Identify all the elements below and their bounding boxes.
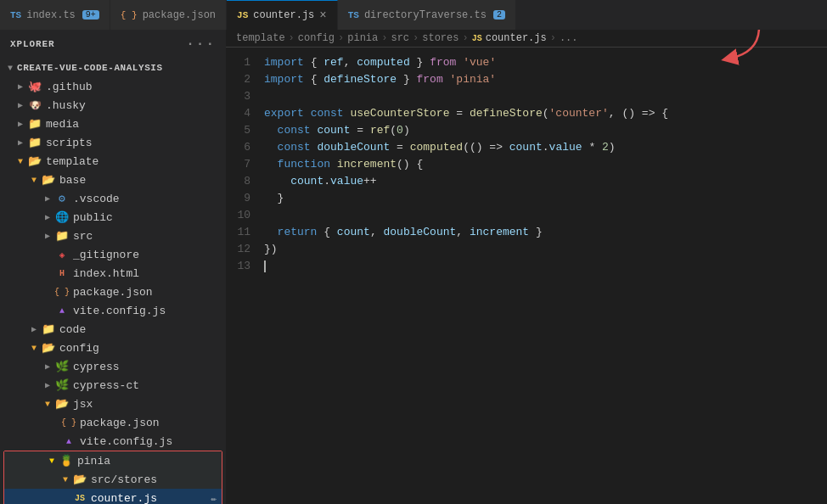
sidebar-item-jsx-package[interactable]: { } package.json [0, 413, 226, 432]
git-icon: ◈ [54, 249, 70, 260]
line-number: 9 [226, 190, 264, 207]
sidebar-item-counter-js[interactable]: JS counter.js ✏ [4, 489, 222, 504]
sidebar-item-project[interactable]: ▼ CREATE-VUE-CODE-ANALYSIS [0, 59, 226, 77]
breadcrumb-separator: › [413, 32, 419, 44]
sidebar-item-public[interactable]: ▶ 🌐 public [0, 208, 226, 227]
folder-icon: 🐙 [27, 80, 42, 93]
chevron-down-icon: ▼ [27, 344, 41, 353]
sidebar-item-label: vite.config.js [73, 305, 166, 317]
json-icon: { } [61, 418, 76, 428]
sidebar-item-label: scripts [46, 137, 93, 149]
chevron-right-icon: ▶ [14, 81, 27, 92]
breadcrumb-separator: › [289, 32, 295, 44]
tab-badge: 2 [493, 10, 505, 20]
sidebar-item-cypress-ct[interactable]: ▶ 🌿 cypress-ct [0, 376, 226, 395]
line-content: import { defineStore } from 'pinia' [264, 71, 827, 88]
tab-directory-traverse[interactable]: TS directoryTraverse.ts 2 [338, 0, 516, 30]
line-number: 13 [226, 258, 264, 275]
folder-open-icon: 📂 [54, 397, 70, 411]
sidebar-item-label: package.json [80, 417, 160, 429]
line-content: } [264, 190, 827, 207]
sidebar-item-cypress[interactable]: ▶ 🌿 cypress [0, 357, 226, 376]
sidebar-item-jsx-vite[interactable]: ▲ vite.config.js [0, 432, 226, 451]
sidebar-item-label: vite.config.js [80, 435, 172, 448]
code-line-7: 7 function increment() { [226, 156, 827, 173]
breadcrumb-separator: › [338, 32, 344, 44]
breadcrumb-lang: JS [472, 34, 482, 43]
folder-icon: 🐶 [27, 99, 42, 112]
chevron-right-icon: ▶ [41, 231, 54, 241]
tab-label: directoryTraverse.ts [364, 9, 487, 21]
vite-icon: ▲ [61, 437, 76, 446]
tab-label: package.json [143, 9, 216, 21]
sidebar-item-base[interactable]: ▼ 📂 base [0, 171, 226, 189]
line-number: 11 [226, 224, 264, 241]
folder-open-icon: 📂 [72, 473, 87, 486]
sidebar-item-label: package.json [73, 286, 153, 299]
folder-icon: 🌐 [54, 210, 70, 224]
sidebar-item-src-stores[interactable]: ▼ 📂 src/stores [4, 470, 222, 489]
folder-open-icon: 📂 [41, 341, 56, 355]
sidebar-item-label: .vscode [73, 193, 120, 205]
tab-lang-icon: { } [121, 10, 138, 20]
sidebar-item-vite-config[interactable]: ▲ vite.config.js [0, 301, 226, 320]
pinia-icon: 🍍 [59, 454, 74, 468]
sidebar-title: XPLORER [10, 39, 54, 49]
chevron-down-icon: ▼ [3, 64, 17, 73]
sidebar-item-github[interactable]: ▶ 🐙 .github [0, 77, 226, 96]
tab-label: counter.js [253, 9, 314, 21]
sidebar-item-label: pinia [77, 455, 110, 468]
breadcrumb-part: template [236, 32, 285, 44]
sidebar-item-gitignore[interactable]: ◈ _gitignore [0, 245, 226, 264]
code-line-12: 12 }) [226, 241, 827, 258]
sidebar-item-label: .husky [46, 99, 86, 112]
sidebar-item-media[interactable]: ▶ 📁 media [0, 115, 226, 133]
line-content: const count = ref(0) [264, 122, 827, 139]
edit-icon: ✏ [211, 493, 217, 504]
folder-icon: 🌿 [54, 360, 70, 373]
chevron-down-icon: ▼ [27, 176, 41, 185]
chevron-right-icon: ▶ [27, 324, 41, 334]
line-number: 10 [226, 207, 264, 224]
sidebar-item-jsx[interactable]: ▼ 📂 jsx [0, 395, 226, 413]
line-content: const doubleCount = computed(() => count… [264, 139, 827, 156]
sidebar-item-code[interactable]: ▶ 📁 code [0, 320, 226, 339]
tab-package-json[interactable]: { } package.json [110, 0, 227, 30]
sidebar-item-pinia[interactable]: ▼ 🍍 pinia [4, 451, 222, 470]
chevron-down-icon: ▼ [59, 475, 72, 484]
tab-close-button[interactable]: × [319, 8, 326, 22]
sidebar-item-label: cypress [73, 361, 120, 373]
sidebar-item-label: index.html [73, 267, 139, 280]
sidebar-content[interactable]: ▼ CREATE-VUE-CODE-ANALYSIS ▶ 🐙 .github ▶… [0, 59, 226, 504]
sidebar-item-config[interactable]: ▼ 📂 config [0, 339, 226, 357]
folder-icon: ⚙ [54, 192, 70, 205]
code-editor[interactable]: 1 import { ref, computed } from 'vue' 2 … [226, 48, 827, 504]
tab-lang-icon: TS [348, 10, 359, 20]
sidebar-item-index-html[interactable]: H index.html [0, 264, 226, 283]
chevron-right-icon: ▶ [41, 361, 54, 372]
code-line-13: 13 [226, 258, 827, 275]
sidebar-item-husky[interactable]: ▶ 🐶 .husky [0, 96, 226, 115]
sidebar-item-vscode[interactable]: ▶ ⚙ .vscode [0, 189, 226, 208]
line-number: 6 [226, 139, 264, 156]
sidebar-item-template[interactable]: ▼ 📂 template [0, 152, 226, 171]
code-line-1: 1 import { ref, computed } from 'vue' [226, 54, 827, 71]
line-content: count.value++ [264, 173, 827, 190]
sidebar-item-label: public [73, 211, 113, 224]
folder-open-icon: 📂 [41, 173, 56, 187]
sidebar-menu-icon[interactable]: ··· [186, 36, 216, 52]
code-line-11: 11 return { count, doubleCount, incremen… [226, 224, 827, 241]
line-number: 3 [226, 88, 264, 105]
line-content: function increment() { [264, 156, 827, 173]
json-icon: { } [54, 288, 70, 297]
sidebar-item-src[interactable]: ▶ 📁 src [0, 227, 226, 245]
sidebar-item-package-json-base[interactable]: { } package.json [0, 283, 226, 301]
tab-counter-js[interactable]: JS counter.js × [227, 0, 338, 30]
sidebar: XPLORER ··· ▼ CREATE-VUE-CODE-ANALYSIS ▶… [0, 30, 226, 504]
breadcrumb-current-file: counter.js [486, 32, 547, 44]
folder-icon: 📁 [54, 229, 70, 243]
sidebar-item-label: cypress-ct [73, 379, 139, 392]
tab-lang-icon: TS [10, 10, 21, 20]
sidebar-item-scripts[interactable]: ▶ 📁 scripts [0, 133, 226, 152]
tab-index-ts[interactable]: TS index.ts 9+ [0, 0, 110, 30]
